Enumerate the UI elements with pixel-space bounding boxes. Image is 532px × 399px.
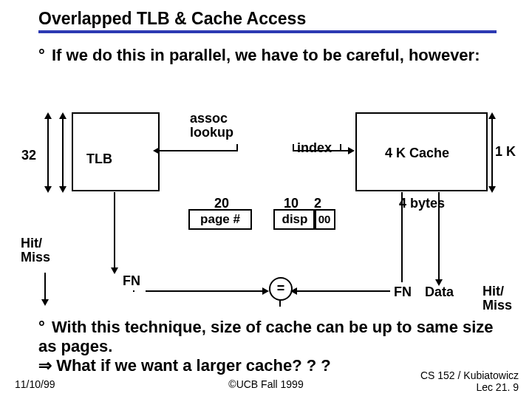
label-data: Data <box>425 284 454 300</box>
arrow-1k <box>491 118 493 188</box>
arrow-cache-data <box>438 192 440 281</box>
arrowhead-icon <box>59 112 66 119</box>
equals-comparator: = <box>269 277 293 301</box>
label-index: index <box>297 140 332 156</box>
line <box>340 144 341 151</box>
arrowhead-icon <box>435 279 443 286</box>
footer-course: CS 152 / KubiatowiczLec 21. 9 <box>420 369 519 393</box>
arrowhead-icon <box>262 287 269 295</box>
line <box>279 299 281 307</box>
arrowhead-icon <box>290 287 297 295</box>
arrowhead-icon <box>153 147 160 154</box>
bullet-text: If we do this in parallel, we have to be… <box>52 46 480 64</box>
bullet-careful: °If we do this in parallel, we have to b… <box>38 46 497 65</box>
label-hitmiss-right: Hit/Miss <box>482 284 512 313</box>
tlb-box <box>72 112 160 191</box>
label-1k: 1 K <box>495 144 516 160</box>
label-hitmiss-left: Hit/Miss <box>21 236 50 265</box>
bullet-marker: ° <box>38 318 52 337</box>
slide-header: Overlapped TLB & Cache Access <box>38 9 497 33</box>
label-assoc-lookup: assoclookup <box>190 112 233 140</box>
box-disp: disp <box>273 209 316 230</box>
line <box>158 150 237 151</box>
box-00: 00 <box>313 209 335 230</box>
arrow-32bits-right <box>62 118 64 188</box>
implies-icon: ⇒ <box>38 356 52 375</box>
arrowhead-icon <box>348 147 355 154</box>
line <box>133 290 134 292</box>
arrowhead-icon <box>59 186 66 193</box>
arrow-32bits <box>47 118 49 188</box>
arrowhead-icon <box>111 267 118 274</box>
arrowhead-icon <box>41 299 49 306</box>
arrowhead-icon <box>44 112 52 119</box>
bullet-text: With this technique, size of cache can b… <box>38 318 494 355</box>
line-fn-eq <box>146 290 264 292</box>
label-32: 32 <box>21 148 36 163</box>
arrow-cache-fn <box>401 192 403 282</box>
label-fn-left: FN <box>123 273 140 289</box>
arrow-hitmiss-left <box>44 273 46 301</box>
arrowhead-icon <box>488 186 496 193</box>
slide-title: Overlapped TLB & Cache Access <box>38 9 497 30</box>
arrow-tlb-fn <box>114 192 115 270</box>
arrowhead-icon <box>44 186 52 193</box>
label-tlb: TLB <box>86 151 112 167</box>
line <box>296 290 390 292</box>
label-cache: 4 K Cache <box>385 146 449 161</box>
bullet-marker: ° <box>38 46 52 65</box>
arrowhead-icon <box>488 112 496 119</box>
label-fn-right: FN <box>394 284 412 300</box>
box-page: page # <box>188 209 252 230</box>
bullet-technique: °With this technique, size of cache can … <box>38 318 497 375</box>
